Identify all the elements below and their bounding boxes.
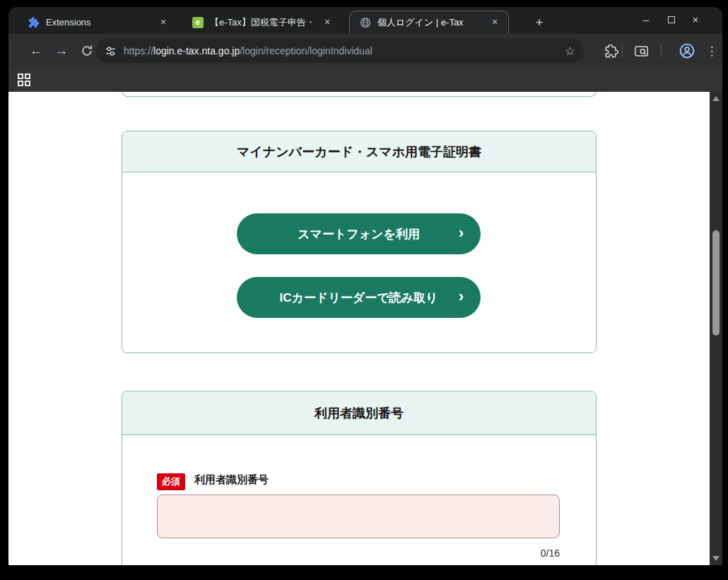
puzzle-icon [28, 17, 40, 28]
required-badge: 必須 [157, 473, 185, 490]
grid-square [18, 73, 23, 79]
user-id-field-label: 利用者識別番号 [194, 473, 269, 487]
menu-button[interactable]: ⋮ [702, 41, 722, 61]
grid-square [18, 81, 23, 86]
close-icon[interactable]: × [157, 16, 170, 29]
profile-button[interactable] [677, 41, 697, 61]
chevron-right-icon: › [459, 224, 464, 242]
browser-window: Extensions × e 【e-Tax】国税電子申告・ × 個人ログイン |… [8, 7, 722, 565]
user-id-input[interactable] [157, 495, 560, 538]
tab-etax-portal[interactable]: e 【e-Tax】国税電子申告・ × [182, 11, 341, 34]
window-search-icon [634, 45, 649, 58]
back-button[interactable]: ← [24, 39, 48, 63]
maximize-icon [668, 16, 675, 23]
toolbar-separator [661, 44, 662, 58]
user-id-card: 利用者識別番号 [122, 391, 597, 565]
smartphone-login-button[interactable]: スマートフォンを利用 › [237, 213, 481, 254]
tab-title: 個人ログイン | e-Tax [377, 16, 484, 29]
tab-extensions[interactable]: Extensions × [18, 11, 177, 34]
window-minimize-button[interactable]: – [638, 12, 654, 29]
profile-avatar-icon [679, 43, 695, 59]
site-controls-icon [105, 45, 117, 57]
address-bar[interactable]: https://login.e-tax.nta.go.jp/login/rece… [96, 39, 584, 63]
close-icon[interactable]: × [321, 16, 334, 29]
apps-grid-icon[interactable] [18, 73, 32, 88]
url-host: login.e-tax.nta.go.jp [153, 45, 240, 57]
page-viewport: マイナンバーカード・スマホ用電子証明書 スマートフォンを利用 › ICカードリー… [8, 92, 722, 565]
grid-square [25, 73, 30, 79]
ic-card-reader-button[interactable]: ICカードリーダーで読み取り › [237, 277, 481, 318]
reload-icon [81, 45, 93, 57]
forward-button[interactable]: → [49, 39, 74, 63]
ic-card-reader-label: ICカードリーダーで読み取り [280, 291, 438, 304]
window-close-button[interactable]: × [687, 12, 704, 29]
extensions-button[interactable] [601, 41, 621, 61]
url-text[interactable]: https://login.e-tax.nta.go.jp/login/rece… [124, 45, 559, 57]
scrollbar-thumb[interactable] [712, 230, 720, 336]
tab-title: 【e-Tax】国税電子申告・ [210, 16, 317, 29]
tab-login-active[interactable]: 個人ログイン | e-Tax × [349, 11, 509, 34]
grid-square [25, 81, 30, 86]
bookmark-star-icon[interactable]: ☆ [565, 44, 575, 59]
tab-title: Extensions [46, 17, 153, 28]
side-search-button[interactable] [631, 41, 651, 61]
browser-toolbar: ← → https://login.e-tax.nta.go.jp/login/… [8, 34, 722, 68]
close-icon[interactable]: × [488, 16, 501, 29]
user-id-card-title: 利用者識別番号 [315, 405, 404, 422]
certificate-card-title: マイナンバーカード・スマホ用電子証明書 [237, 143, 481, 160]
scroll-up-arrow-icon[interactable] [712, 96, 720, 101]
etax-favicon: e [192, 17, 204, 28]
previous-card-partial [122, 92, 597, 97]
window-maximize-button[interactable] [663, 12, 680, 29]
scroll-down-arrow-icon[interactable] [712, 556, 720, 561]
user-id-card-header: 利用者識別番号 [122, 391, 596, 435]
puzzle-icon [605, 45, 618, 58]
reload-button[interactable] [75, 39, 99, 63]
url-path: /login/reception/loginIndividual [240, 45, 372, 57]
url-scheme: https:// [124, 45, 153, 57]
chevron-right-icon: › [459, 288, 464, 306]
bookmarks-bar [8, 68, 722, 92]
char-counter: 0/16 [440, 548, 560, 559]
tab-strip: Extensions × e 【e-Tax】国税電子申告・ × 個人ログイン |… [8, 7, 722, 34]
toolbar-separator [622, 44, 623, 58]
certificate-card-header: マイナンバーカード・スマホ用電子証明書 [122, 131, 596, 172]
smartphone-login-label: スマートフォンを利用 [298, 227, 420, 241]
page-scrollbar[interactable] [710, 92, 722, 565]
new-tab-button[interactable]: + [530, 13, 548, 32]
overflow-menu-icon: ⋮ [706, 44, 718, 59]
globe-icon [360, 17, 371, 28]
